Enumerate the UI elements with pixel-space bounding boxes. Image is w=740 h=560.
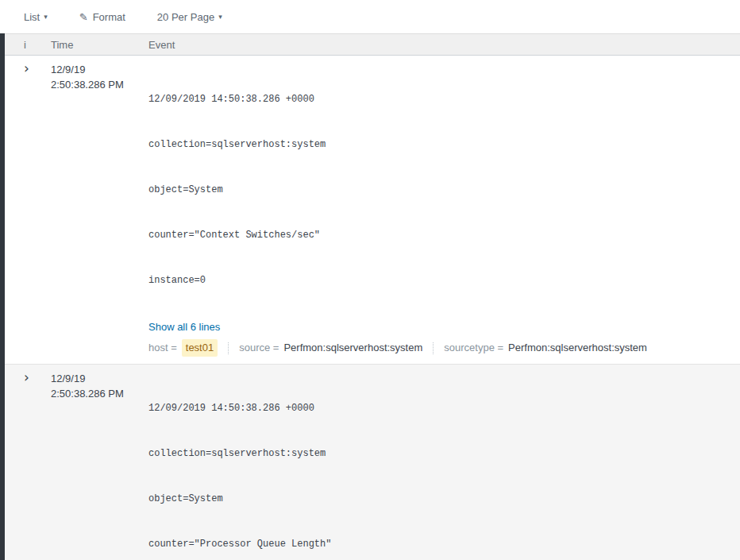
caret-down-icon: ▾ bbox=[44, 13, 48, 21]
list-view-label: List bbox=[24, 11, 40, 23]
column-header-info: i bbox=[5, 39, 46, 51]
table-header: i Time Event bbox=[5, 33, 740, 56]
format-label: Format bbox=[93, 11, 125, 23]
list-view-dropdown[interactable]: List ▾ bbox=[24, 11, 48, 23]
host-value[interactable]: test01 bbox=[182, 339, 218, 357]
event-time: 12/9/19 2:50:38.286 PM bbox=[46, 62, 148, 357]
source-value[interactable]: Perfmon:sqlserverhost:system bbox=[283, 340, 422, 356]
format-icon: ✎ bbox=[79, 11, 88, 23]
host-label: host = bbox=[148, 340, 177, 356]
event-fields: host = test01 source = Perfmon:sqlserver… bbox=[148, 339, 727, 357]
expand-chevron-icon[interactable]: › bbox=[24, 371, 29, 384]
caret-down-icon: ▾ bbox=[218, 13, 222, 21]
event-raw-text: 12/09/2019 14:50:38.286 +0000 collection… bbox=[148, 371, 727, 560]
per-page-label: 20 Per Page bbox=[157, 11, 214, 23]
sourcetype-label: sourcetype = bbox=[444, 340, 503, 356]
field-separator bbox=[228, 342, 229, 354]
events-panel: i Time Event › 12/9/19 2:50:38.286 PM 12… bbox=[0, 33, 740, 560]
expand-chevron-icon[interactable]: › bbox=[24, 62, 29, 75]
event-time: 12/9/19 2:50:38.286 PM bbox=[46, 371, 148, 560]
field-separator bbox=[433, 342, 434, 354]
results-toolbar: List ▾ ✎ Format 20 Per Page ▾ bbox=[0, 0, 740, 33]
show-all-lines-link[interactable]: Show all 6 lines bbox=[148, 319, 220, 334]
column-header-time: Time bbox=[46, 39, 148, 51]
event-row: › 12/9/19 2:50:38.286 PM 12/09/2019 14:5… bbox=[5, 56, 740, 365]
source-label: source = bbox=[239, 340, 279, 356]
event-row: › 12/9/19 2:50:38.286 PM 12/09/2019 14:5… bbox=[5, 365, 740, 560]
sourcetype-value[interactable]: Perfmon:sqlserverhost:system bbox=[508, 340, 647, 356]
column-header-event: Event bbox=[148, 39, 740, 51]
per-page-dropdown[interactable]: 20 Per Page ▾ bbox=[157, 11, 222, 23]
events-table: i Time Event › 12/9/19 2:50:38.286 PM 12… bbox=[5, 33, 740, 560]
format-button[interactable]: ✎ Format bbox=[79, 11, 125, 23]
event-raw-text: 12/09/2019 14:50:38.286 +0000 collection… bbox=[148, 62, 727, 319]
